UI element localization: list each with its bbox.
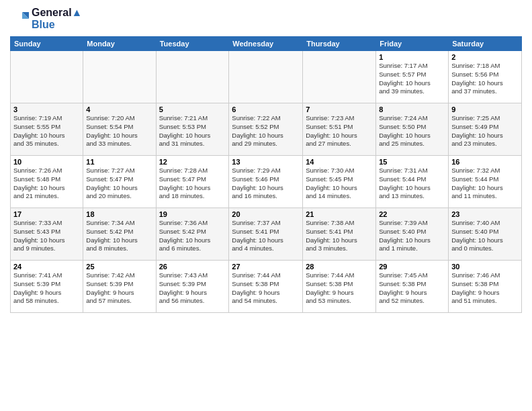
calendar-cell: 4Sunrise: 7:20 AM Sunset: 5:54 PM Daylig… — [83, 103, 156, 156]
weekday-header-row: SundayMondayTuesdayWednesdayThursdayFrid… — [11, 37, 522, 51]
calendar-cell: 29Sunrise: 7:45 AM Sunset: 5:38 PM Dayli… — [376, 261, 449, 313]
calendar-cell: 14Sunrise: 7:30 AM Sunset: 5:45 PM Dayli… — [303, 156, 376, 208]
day-number: 2 — [451, 53, 519, 61]
calendar-cell: 6Sunrise: 7:22 AM Sunset: 5:52 PM Daylig… — [229, 103, 303, 156]
day-info: Sunrise: 7:28 AM Sunset: 5:47 PM Dayligh… — [159, 167, 226, 201]
day-number: 6 — [232, 105, 300, 113]
day-number: 19 — [159, 210, 226, 218]
calendar-cell — [229, 51, 303, 103]
weekday-header-sunday: Sunday — [11, 37, 83, 51]
day-number: 5 — [159, 105, 226, 113]
day-info: Sunrise: 7:29 AM Sunset: 5:46 PM Dayligh… — [232, 167, 300, 201]
calendar-cell: 3Sunrise: 7:19 AM Sunset: 5:55 PM Daylig… — [11, 103, 83, 156]
day-number: 7 — [306, 105, 373, 113]
calendar-cell: 12Sunrise: 7:28 AM Sunset: 5:47 PM Dayli… — [156, 156, 229, 208]
calendar-cell: 23Sunrise: 7:40 AM Sunset: 5:40 PM Dayli… — [449, 208, 522, 261]
day-info: Sunrise: 7:45 AM Sunset: 5:38 PM Dayligh… — [379, 271, 445, 306]
logo-icon — [10, 9, 29, 28]
calendar-cell: 25Sunrise: 7:42 AM Sunset: 5:39 PM Dayli… — [83, 261, 156, 313]
day-number: 25 — [86, 263, 152, 271]
day-info: Sunrise: 7:26 AM Sunset: 5:48 PM Dayligh… — [13, 167, 80, 201]
calendar-cell — [83, 51, 156, 103]
day-number: 15 — [379, 158, 445, 166]
day-number: 21 — [306, 210, 373, 218]
day-number: 27 — [232, 263, 300, 271]
page: General▲ Blue SundayMondayTuesdayWednesd… — [0, 0, 532, 411]
calendar-cell: 30Sunrise: 7:46 AM Sunset: 5:38 PM Dayli… — [449, 261, 522, 313]
day-number: 29 — [379, 263, 445, 271]
week-row-0: 1Sunrise: 7:17 AM Sunset: 5:57 PM Daylig… — [11, 51, 522, 103]
day-number: 22 — [379, 210, 445, 218]
weekday-header-thursday: Thursday — [303, 37, 376, 51]
calendar-cell: 16Sunrise: 7:32 AM Sunset: 5:44 PM Dayli… — [449, 156, 522, 208]
weekday-header-saturday: Saturday — [449, 37, 522, 51]
day-info: Sunrise: 7:18 AM Sunset: 5:56 PM Dayligh… — [451, 62, 519, 96]
day-number: 3 — [13, 105, 80, 113]
day-number: 14 — [306, 158, 373, 166]
day-number: 23 — [451, 210, 519, 218]
day-info: Sunrise: 7:17 AM Sunset: 5:57 PM Dayligh… — [379, 62, 445, 96]
day-info: Sunrise: 7:39 AM Sunset: 5:40 PM Dayligh… — [379, 219, 445, 253]
weekday-header-tuesday: Tuesday — [156, 37, 229, 51]
day-info: Sunrise: 7:30 AM Sunset: 5:45 PM Dayligh… — [306, 167, 373, 201]
day-number: 16 — [451, 158, 519, 166]
day-number: 13 — [232, 158, 300, 166]
day-number: 8 — [379, 105, 445, 113]
week-row-2: 10Sunrise: 7:26 AM Sunset: 5:48 PM Dayli… — [11, 156, 522, 208]
day-number: 9 — [451, 105, 519, 113]
calendar-cell: 24Sunrise: 7:41 AM Sunset: 5:39 PM Dayli… — [11, 261, 83, 313]
calendar-cell: 13Sunrise: 7:29 AM Sunset: 5:46 PM Dayli… — [229, 156, 303, 208]
day-info: Sunrise: 7:32 AM Sunset: 5:44 PM Dayligh… — [451, 167, 519, 201]
calendar-cell: 19Sunrise: 7:36 AM Sunset: 5:42 PM Dayli… — [156, 208, 229, 261]
calendar-cell: 28Sunrise: 7:44 AM Sunset: 5:38 PM Dayli… — [303, 261, 376, 313]
day-info: Sunrise: 7:43 AM Sunset: 5:39 PM Dayligh… — [159, 271, 226, 306]
day-info: Sunrise: 7:36 AM Sunset: 5:42 PM Dayligh… — [159, 219, 226, 253]
day-info: Sunrise: 7:42 AM Sunset: 5:39 PM Dayligh… — [86, 271, 152, 306]
calendar-cell — [156, 51, 229, 103]
calendar: SundayMondayTuesdayWednesdayThursdayFrid… — [10, 36, 522, 313]
calendar-cell: 17Sunrise: 7:33 AM Sunset: 5:43 PM Dayli… — [11, 208, 83, 261]
calendar-cell: 9Sunrise: 7:25 AM Sunset: 5:49 PM Daylig… — [449, 103, 522, 156]
day-number: 12 — [159, 158, 226, 166]
calendar-cell: 22Sunrise: 7:39 AM Sunset: 5:40 PM Dayli… — [376, 208, 449, 261]
week-row-1: 3Sunrise: 7:19 AM Sunset: 5:55 PM Daylig… — [11, 103, 522, 156]
day-number: 1 — [379, 53, 445, 61]
day-info: Sunrise: 7:44 AM Sunset: 5:38 PM Dayligh… — [306, 271, 373, 306]
calendar-cell: 11Sunrise: 7:27 AM Sunset: 5:47 PM Dayli… — [83, 156, 156, 208]
calendar-cell: 15Sunrise: 7:31 AM Sunset: 5:44 PM Dayli… — [376, 156, 449, 208]
day-info: Sunrise: 7:40 AM Sunset: 5:40 PM Dayligh… — [451, 219, 519, 253]
calendar-cell: 20Sunrise: 7:37 AM Sunset: 5:41 PM Dayli… — [229, 208, 303, 261]
weekday-header-monday: Monday — [83, 37, 156, 51]
day-number: 30 — [451, 263, 519, 271]
weekday-header-wednesday: Wednesday — [229, 37, 303, 51]
day-info: Sunrise: 7:38 AM Sunset: 5:41 PM Dayligh… — [306, 219, 373, 253]
calendar-cell: 26Sunrise: 7:43 AM Sunset: 5:39 PM Dayli… — [156, 261, 229, 313]
calendar-cell: 5Sunrise: 7:21 AM Sunset: 5:53 PM Daylig… — [156, 103, 229, 156]
calendar-cell: 1Sunrise: 7:17 AM Sunset: 5:57 PM Daylig… — [376, 51, 449, 103]
day-info: Sunrise: 7:27 AM Sunset: 5:47 PM Dayligh… — [86, 167, 152, 201]
calendar-cell — [303, 51, 376, 103]
day-number: 11 — [86, 158, 152, 166]
calendar-cell: 18Sunrise: 7:34 AM Sunset: 5:42 PM Dayli… — [83, 208, 156, 261]
day-number: 10 — [13, 158, 80, 166]
calendar-cell: 2Sunrise: 7:18 AM Sunset: 5:56 PM Daylig… — [449, 51, 522, 103]
day-info: Sunrise: 7:22 AM Sunset: 5:52 PM Dayligh… — [232, 114, 300, 148]
week-row-4: 24Sunrise: 7:41 AM Sunset: 5:39 PM Dayli… — [11, 261, 522, 313]
day-info: Sunrise: 7:23 AM Sunset: 5:51 PM Dayligh… — [306, 114, 373, 148]
day-info: Sunrise: 7:37 AM Sunset: 5:41 PM Dayligh… — [232, 219, 300, 253]
day-number: 17 — [13, 210, 80, 218]
header: General▲ Blue — [10, 7, 522, 31]
day-info: Sunrise: 7:31 AM Sunset: 5:44 PM Dayligh… — [379, 167, 445, 201]
day-number: 28 — [306, 263, 373, 271]
day-number: 4 — [86, 105, 152, 113]
calendar-cell: 7Sunrise: 7:23 AM Sunset: 5:51 PM Daylig… — [303, 103, 376, 156]
day-info: Sunrise: 7:41 AM Sunset: 5:39 PM Dayligh… — [13, 271, 80, 306]
logo: General▲ Blue — [10, 7, 82, 31]
day-number: 20 — [232, 210, 300, 218]
day-info: Sunrise: 7:46 AM Sunset: 5:38 PM Dayligh… — [451, 271, 519, 306]
day-info: Sunrise: 7:33 AM Sunset: 5:43 PM Dayligh… — [13, 219, 80, 253]
day-info: Sunrise: 7:44 AM Sunset: 5:38 PM Dayligh… — [232, 271, 300, 306]
day-info: Sunrise: 7:20 AM Sunset: 5:54 PM Dayligh… — [86, 114, 152, 148]
day-number: 26 — [159, 263, 226, 271]
weekday-header-friday: Friday — [376, 37, 449, 51]
